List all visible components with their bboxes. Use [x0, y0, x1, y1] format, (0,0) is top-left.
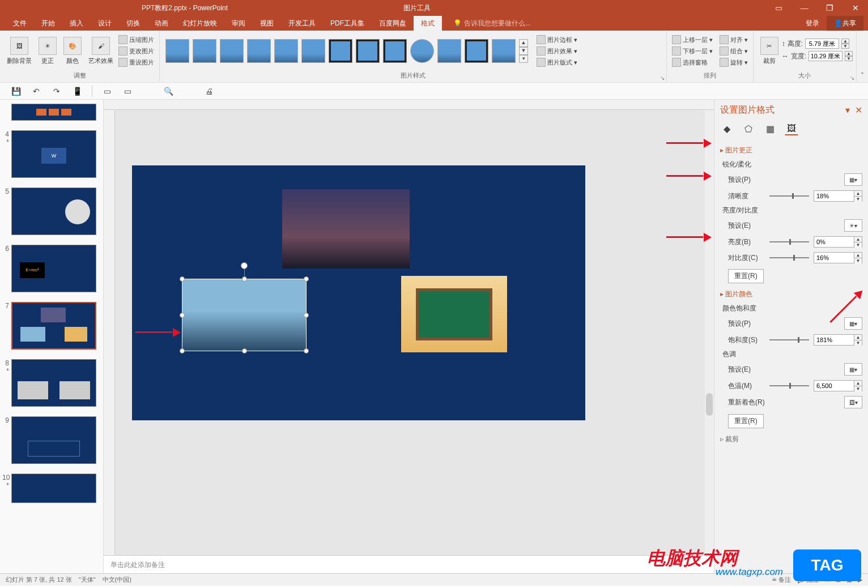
ribbon-display-options[interactable]: ▭ — [766, 0, 792, 16]
picture-style-5[interactable] — [274, 39, 298, 63]
tab-design[interactable]: 设计 — [91, 16, 119, 31]
tab-review[interactable]: 审阅 — [224, 16, 253, 31]
share-button[interactable]: 👤共享 — [827, 16, 863, 31]
height-input[interactable] — [805, 39, 839, 49]
resize-handle-br[interactable] — [304, 348, 309, 353]
fp-contrast-input[interactable] — [814, 252, 854, 263]
artistic-effects-button[interactable]: 🖌艺术效果 — [85, 36, 117, 66]
slide-image-mountain-selected[interactable] — [182, 279, 307, 351]
fp-saturation-up[interactable]: ▲ — [854, 335, 862, 340]
fp-section-crop[interactable]: ▹ 裁剪 — [720, 432, 862, 447]
resize-handle-tl[interactable] — [180, 276, 185, 282]
picture-style-10[interactable] — [410, 39, 434, 63]
picture-style-7[interactable] — [329, 39, 352, 63]
slide-thumbnail-panel[interactable]: 4* W 5 6 E=mc² 7 8* 9 10* — [0, 100, 104, 573]
fp-tab-picture-icon[interactable]: 🖼 — [785, 122, 798, 135]
size-launcher[interactable]: ↘ — [850, 75, 854, 81]
fp-sharpness-input[interactable] — [814, 190, 854, 202]
thumbnail-6[interactable]: 6 E=mc² — [0, 243, 103, 300]
thumbnail-7[interactable]: 7 — [0, 300, 103, 357]
fp-contrast-down[interactable]: ▼ — [854, 258, 862, 263]
fp-tab-fill-icon[interactable]: ◆ — [720, 122, 734, 135]
styles-launcher[interactable]: ↘ — [660, 75, 665, 81]
picture-style-11[interactable] — [437, 39, 461, 63]
rotate-button[interactable]: 旋转 ▾ — [718, 57, 750, 67]
status-language[interactable]: 中文(中国) — [103, 576, 131, 584]
tab-baidu-netdisk[interactable]: 百度网盘 — [372, 16, 414, 31]
fp-saturation-down[interactable]: ▼ — [854, 340, 862, 346]
resize-handle-bl[interactable] — [180, 348, 185, 353]
picture-style-12[interactable] — [465, 39, 488, 63]
fp-section-corrections[interactable]: ▸ 图片更正 — [720, 143, 862, 158]
width-up[interactable]: ▲ — [845, 51, 853, 56]
width-input[interactable] — [809, 51, 843, 61]
qat-save-button[interactable]: 💾 — [10, 86, 22, 97]
tab-view[interactable]: 视图 — [253, 16, 281, 31]
gallery-down-button[interactable]: ▼ — [519, 47, 528, 55]
format-pane-close[interactable]: ✕ — [855, 105, 862, 115]
rotation-handle[interactable] — [241, 262, 248, 269]
minimize-button[interactable]: — — [792, 0, 817, 16]
restore-button[interactable]: ❐ — [817, 0, 843, 16]
slide-image-blackboard[interactable] — [401, 276, 507, 352]
tab-slideshow[interactable]: 幻灯片放映 — [176, 16, 224, 31]
picture-style-13[interactable] — [492, 39, 516, 63]
tab-insert[interactable]: 插入 — [62, 16, 91, 31]
width-down[interactable]: ▼ — [845, 56, 853, 61]
tab-transitions[interactable]: 切换 — [119, 16, 147, 31]
fp-contrast-slider[interactable] — [769, 257, 809, 258]
fp-section-color[interactable]: ▸ 图片颜色 — [720, 287, 862, 302]
fp-brightness-slider[interactable] — [769, 241, 809, 242]
notes-placeholder[interactable]: 单击此处添加备注 — [104, 555, 714, 573]
fp-brightness-preset-dropdown[interactable]: ☀▾ — [844, 219, 862, 232]
picture-style-4[interactable] — [247, 39, 271, 63]
bring-forward-button[interactable]: 上移一层 ▾ — [670, 35, 714, 45]
fp-brightness-up[interactable]: ▲ — [854, 237, 862, 242]
fp-saturation-input[interactable] — [814, 334, 854, 346]
align-button[interactable]: 对齐 ▾ — [718, 35, 750, 45]
picture-style-3[interactable] — [220, 39, 244, 63]
tab-home[interactable]: 开始 — [34, 16, 62, 31]
height-up[interactable]: ▲ — [841, 39, 849, 44]
fp-saturation-preset-dropdown[interactable]: ▦▾ — [844, 317, 862, 330]
fp-sharpness-up[interactable]: ▲ — [854, 191, 862, 197]
qat-extra4-button[interactable]: 🖨 — [203, 86, 215, 97]
fp-recolor-dropdown[interactable]: 🖼▾ — [844, 396, 862, 408]
slide-canvas[interactable] — [115, 110, 714, 555]
close-button[interactable]: ✕ — [843, 0, 868, 16]
resize-handle-l[interactable] — [180, 313, 185, 318]
thumbnail-9[interactable]: 9 — [0, 415, 103, 472]
qat-touch-mode-button[interactable]: 📱 — [71, 86, 83, 97]
thumbnail-5[interactable]: 5 — [0, 186, 103, 243]
tab-format[interactable]: 格式 — [414, 16, 442, 31]
picture-style-1[interactable] — [165, 39, 189, 63]
thumbnail-8[interactable]: 8* — [0, 357, 103, 415]
fp-tone-preset-dropdown[interactable]: ▦▾ — [844, 363, 862, 376]
gallery-up-button[interactable]: ▲ — [519, 39, 528, 47]
fp-colortemp-up[interactable]: ▲ — [854, 381, 862, 386]
thumbnail-4[interactable]: 4* W — [0, 129, 103, 186]
fp-sharpness-slider[interactable] — [769, 195, 809, 197]
crop-button[interactable]: ✂裁剪 — [757, 36, 782, 66]
fp-reset-color-button[interactable]: 重置(R) — [728, 414, 764, 428]
qat-undo-button[interactable]: ↶ — [31, 86, 42, 97]
resize-handle-b[interactable] — [242, 348, 247, 353]
group-button[interactable]: 组合 ▾ — [718, 46, 750, 56]
change-picture-button[interactable]: 更改图片 — [117, 46, 156, 56]
tab-file[interactable]: 文件 — [6, 16, 34, 31]
height-down[interactable]: ▼ — [841, 44, 849, 49]
tell-me-search[interactable]: 💡告诉我您想要做什么... — [453, 19, 531, 28]
slide-image-city[interactable] — [282, 189, 410, 269]
format-pane-options[interactable]: ▾ — [845, 105, 850, 115]
picture-styles-gallery[interactable]: ▲ ▼ ▾ — [163, 37, 530, 65]
resize-handle-tr[interactable] — [304, 276, 309, 282]
fp-reset-corrections-button[interactable]: 重置(R) — [728, 269, 764, 283]
corrections-button[interactable]: ☀更正 — [35, 36, 60, 66]
selection-pane-button[interactable]: 选择窗格 — [670, 57, 714, 67]
fp-contrast-up[interactable]: ▲ — [854, 253, 862, 258]
thumbnail-3-partial[interactable] — [0, 102, 103, 129]
tab-animations[interactable]: 动画 — [147, 16, 176, 31]
qat-redo-button[interactable]: ↷ — [51, 86, 62, 97]
scrollbar-thumb[interactable] — [706, 393, 713, 416]
fp-tab-size-icon[interactable]: ▦ — [763, 122, 777, 135]
